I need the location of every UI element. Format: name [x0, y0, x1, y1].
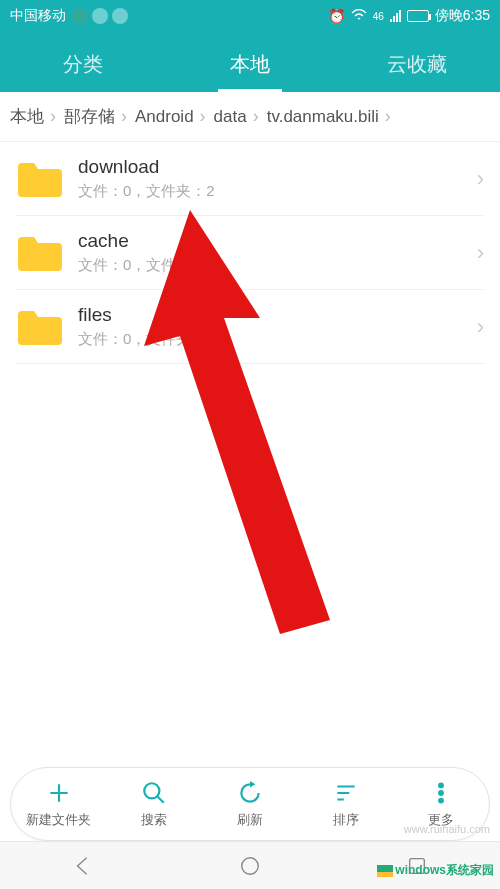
notification-dots: [72, 8, 128, 24]
watermark-url: www.ruihaifu.com: [404, 823, 490, 835]
home-button[interactable]: [235, 851, 265, 881]
status-right: ⏰ 46 傍晚6:35: [328, 7, 490, 25]
folder-subtitle: 文件：0，文件夹：4: [78, 256, 477, 275]
folder-subtitle: 文件：0，文件夹：6: [78, 330, 477, 349]
battery-icon: [407, 10, 429, 22]
svg-point-2: [439, 784, 443, 788]
status-left: 中国移动: [10, 7, 128, 25]
chevron-right-icon: ›: [477, 240, 484, 266]
folder-icon: [16, 233, 64, 273]
back-button[interactable]: [68, 851, 98, 881]
svg-point-3: [439, 791, 443, 795]
notif-dot-icon: [112, 8, 128, 24]
chevron-right-icon: ›: [477, 314, 484, 340]
clock-label: 傍晚6:35: [435, 7, 490, 25]
folder-icon: [16, 307, 64, 347]
crumb-app[interactable]: tv.danmaku.bili›: [263, 106, 395, 127]
alarm-icon: ⏰: [328, 8, 345, 24]
folder-name: cache: [78, 230, 477, 252]
folder-name: download: [78, 156, 477, 178]
tab-category[interactable]: 分类: [0, 51, 167, 92]
svg-point-4: [439, 799, 443, 803]
folder-name: files: [78, 304, 477, 326]
tab-cloud[interactable]: 云收藏: [333, 51, 500, 92]
tab-local[interactable]: 本地: [167, 51, 334, 92]
svg-point-1: [145, 783, 160, 798]
folder-row-download[interactable]: download 文件：0，文件夹：2 ›: [16, 142, 484, 216]
folder-subtitle: 文件：0，文件夹：2: [78, 182, 477, 201]
action-label: 排序: [333, 811, 359, 829]
folder-row-files[interactable]: files 文件：0，文件夹：6 ›: [16, 290, 484, 364]
sort-button[interactable]: 排序: [298, 768, 394, 840]
flag-icon: [377, 865, 393, 877]
chevron-right-icon: ›: [477, 166, 484, 192]
row-body: download 文件：0，文件夹：2: [78, 156, 477, 201]
signal-icon: [390, 10, 401, 22]
crumb-android[interactable]: Android›: [131, 106, 210, 127]
crumb-local[interactable]: 本地›: [6, 105, 60, 128]
notif-dot-icon: [92, 8, 108, 24]
refresh-icon: [236, 779, 264, 807]
folder-row-cache[interactable]: cache 文件：0，文件夹：4 ›: [16, 216, 484, 290]
search-icon: [140, 779, 168, 807]
status-bar: 中国移动 ⏰ 46 傍晚6:35: [0, 0, 500, 32]
action-label: 搜索: [141, 811, 167, 829]
watermark-site: windows系统家园: [377, 862, 494, 879]
breadcrumb[interactable]: 本地› 郚存储› Android› data› tv.danmaku.bili›: [0, 92, 500, 142]
plus-icon: [45, 779, 73, 807]
new-folder-button[interactable]: 新建文件夹: [11, 768, 107, 840]
refresh-button[interactable]: 刷新: [202, 768, 298, 840]
row-body: files 文件：0，文件夹：6: [78, 304, 477, 349]
wifi-icon: [351, 8, 367, 24]
svg-point-5: [242, 857, 259, 874]
action-label: 刷新: [237, 811, 263, 829]
folder-icon: [16, 159, 64, 199]
action-label: 新建文件夹: [26, 811, 91, 829]
more-icon: [427, 779, 455, 807]
file-list: download 文件：0，文件夹：2 › cache 文件：0，文件夹：4 ›…: [0, 142, 500, 364]
notif-dot-icon: [72, 8, 88, 24]
sort-icon: [332, 779, 360, 807]
row-body: cache 文件：0，文件夹：4: [78, 230, 477, 275]
crumb-data[interactable]: data›: [210, 106, 263, 127]
network-label: 46: [373, 11, 384, 22]
crumb-storage[interactable]: 郚存储›: [60, 105, 131, 128]
search-button[interactable]: 搜索: [107, 768, 203, 840]
top-tabs: 分类 本地 云收藏: [0, 32, 500, 92]
carrier-label: 中国移动: [10, 7, 66, 25]
